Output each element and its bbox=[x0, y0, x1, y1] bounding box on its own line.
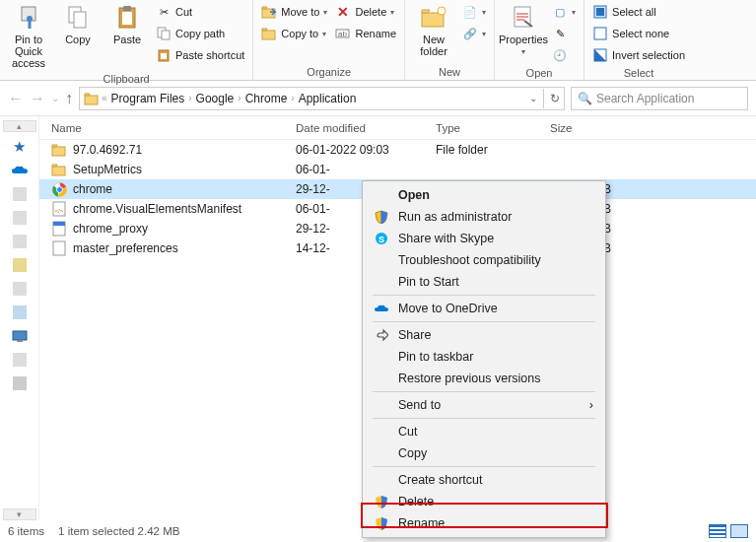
pin-to-quick-access-button[interactable]: Pin to Quick access bbox=[6, 2, 51, 71]
breadcrumb[interactable]: Google bbox=[194, 92, 237, 105]
nav-up-button[interactable]: ↑ bbox=[65, 90, 73, 107]
nav-back-button[interactable]: ← bbox=[8, 90, 24, 107]
sidebar-item[interactable] bbox=[11, 185, 29, 203]
search-box[interactable]: 🔍 Search Application bbox=[571, 87, 748, 110]
share-icon bbox=[373, 327, 390, 343]
sidebar-item[interactable] bbox=[11, 256, 29, 274]
column-header-type[interactable]: Type bbox=[436, 122, 550, 134]
quick-access-item[interactable]: ★ bbox=[11, 138, 29, 156]
ctx-delete[interactable]: Delete bbox=[365, 491, 603, 512]
breadcrumb[interactable]: Chrome bbox=[243, 92, 290, 105]
shield-icon bbox=[373, 209, 390, 225]
ctx-pin-start[interactable]: Pin to Start bbox=[365, 271, 603, 293]
svg-rect-42 bbox=[53, 241, 65, 255]
svg-rect-34 bbox=[52, 167, 65, 175]
svg-rect-31 bbox=[13, 353, 27, 367]
column-headers: Name Date modified Type Size bbox=[39, 116, 756, 140]
sidebar-item[interactable] bbox=[11, 233, 29, 250]
ctx-cut[interactable]: Cut bbox=[365, 421, 603, 442]
invert-selection-button[interactable]: Invert selection bbox=[590, 45, 687, 65]
easy-access-button[interactable]: 🔗 ▾ bbox=[460, 24, 488, 43]
nav-forward-button[interactable]: → bbox=[30, 90, 45, 107]
new-item-button[interactable]: 📄 ▾ bbox=[460, 2, 488, 22]
status-selection: 1 item selected 2.42 MB bbox=[58, 525, 179, 537]
svg-point-1 bbox=[27, 16, 33, 22]
delete-button[interactable]: ✕ Delete ▾ bbox=[333, 2, 398, 22]
sidebar-item[interactable] bbox=[11, 327, 29, 345]
svg-rect-5 bbox=[122, 12, 132, 25]
cut-button[interactable]: ✂ Cut bbox=[154, 2, 246, 22]
sidebar-scroll-up[interactable]: ▴ bbox=[3, 120, 36, 132]
properties-button[interactable]: Properties ▾ bbox=[501, 2, 546, 58]
column-header-size[interactable]: Size bbox=[550, 122, 619, 134]
open-group-label: Open bbox=[501, 65, 578, 81]
select-none-button[interactable]: Select none bbox=[590, 24, 687, 43]
new-folder-label: New folder bbox=[415, 34, 452, 57]
sidebar-scroll-down[interactable]: ▾ bbox=[3, 508, 36, 520]
history-button[interactable]: 🕘 bbox=[550, 45, 578, 65]
ctx-create-shortcut[interactable]: Create shortcut bbox=[365, 469, 603, 491]
copy-path-button[interactable]: Copy path bbox=[154, 24, 246, 43]
column-header-name[interactable]: Name bbox=[39, 122, 296, 134]
ctx-share[interactable]: Share bbox=[365, 324, 603, 346]
copy-button[interactable]: Copy bbox=[55, 2, 101, 47]
ctx-troubleshoot[interactable]: Troubleshoot compatibility bbox=[365, 249, 603, 271]
ctx-run-as-admin[interactable]: Run as administrator bbox=[365, 206, 603, 228]
rename-button[interactable]: ab Rename bbox=[333, 24, 398, 43]
paste-shortcut-button[interactable]: Paste shortcut bbox=[154, 45, 246, 65]
ribbon-group-select: Select all Select none Invert selection … bbox=[584, 0, 693, 80]
ctx-copy[interactable]: Copy bbox=[365, 442, 603, 464]
rename-icon: ab bbox=[335, 26, 351, 41]
copy-to-button[interactable]: Copy to ▾ bbox=[259, 24, 329, 43]
new-folder-button[interactable]: New folder bbox=[411, 2, 456, 59]
folder-icon bbox=[84, 91, 100, 106]
edit-button[interactable]: ✎ bbox=[550, 24, 578, 43]
view-large-button[interactable] bbox=[730, 524, 748, 538]
file-name: chrome_proxy bbox=[73, 222, 148, 236]
file-name: SetupMetrics bbox=[73, 163, 142, 176]
ctx-send-to[interactable]: Send to› bbox=[365, 394, 603, 416]
sidebar-item[interactable] bbox=[11, 374, 29, 392]
paste-icon bbox=[113, 4, 141, 32]
refresh-button[interactable]: ↻ bbox=[550, 92, 560, 105]
invert-selection-label: Invert selection bbox=[612, 49, 685, 61]
nav-history-dropdown[interactable]: ⌄ bbox=[51, 93, 59, 103]
select-group-label: Select bbox=[590, 65, 687, 81]
sidebar-item[interactable] bbox=[11, 304, 29, 321]
svg-point-37 bbox=[56, 186, 62, 192]
svg-text:S: S bbox=[378, 235, 384, 244]
ctx-restore[interactable]: Restore previous versions bbox=[365, 368, 603, 389]
onedrive-item[interactable] bbox=[11, 162, 29, 179]
table-row[interactable]: 97.0.4692.7106-01-2022 09:03File folder bbox=[39, 140, 756, 160]
sidebar-item[interactable] bbox=[11, 209, 29, 227]
pin-label: Pin to Quick access bbox=[10, 34, 47, 69]
navigation-bar: ← → ⌄ ↑ « Program Files › Google › Chrom… bbox=[0, 81, 756, 116]
file-icon bbox=[51, 221, 67, 237]
column-header-date[interactable]: Date modified bbox=[296, 122, 436, 134]
edit-icon: ✎ bbox=[552, 26, 568, 41]
table-row[interactable]: SetupMetrics06-01- bbox=[39, 160, 756, 179]
search-placeholder: Search Application bbox=[596, 92, 694, 105]
ctx-open[interactable]: Open bbox=[365, 184, 603, 206]
ctx-pin-taskbar[interactable]: Pin to taskbar bbox=[365, 346, 603, 368]
svg-text:</>: </> bbox=[55, 208, 64, 214]
select-all-button[interactable]: Select all bbox=[590, 2, 687, 22]
address-dropdown[interactable]: ⌄ bbox=[529, 93, 537, 103]
breadcrumb[interactable]: Application bbox=[297, 92, 359, 105]
paste-button[interactable]: Paste bbox=[104, 2, 150, 47]
shield-icon bbox=[373, 494, 390, 509]
new-folder-icon bbox=[420, 4, 447, 32]
move-to-button[interactable]: Move to ▾ bbox=[259, 2, 329, 22]
sidebar-item[interactable] bbox=[11, 280, 29, 298]
open-with-button[interactable]: ▢ ▾ bbox=[550, 2, 578, 22]
file-name: chrome bbox=[73, 182, 112, 196]
ctx-move-onedrive[interactable]: Move to OneDrive bbox=[365, 298, 603, 319]
svg-rect-28 bbox=[13, 305, 27, 319]
select-all-icon bbox=[592, 4, 608, 20]
svg-rect-6 bbox=[123, 6, 131, 11]
view-details-button[interactable] bbox=[709, 524, 726, 538]
sidebar-item[interactable] bbox=[11, 351, 29, 369]
ctx-share-skype[interactable]: S Share with Skype bbox=[365, 228, 603, 249]
address-bar[interactable]: « Program Files › Google › Chrome › Appl… bbox=[79, 87, 565, 110]
breadcrumb[interactable]: Program Files bbox=[109, 92, 187, 105]
